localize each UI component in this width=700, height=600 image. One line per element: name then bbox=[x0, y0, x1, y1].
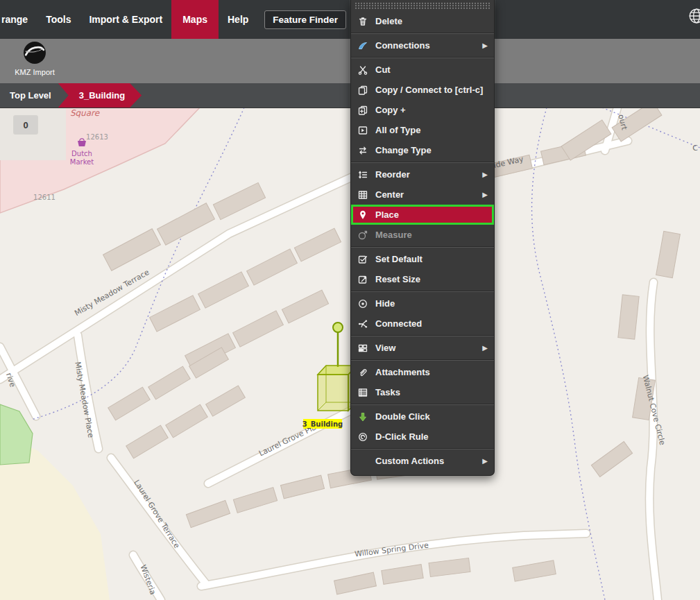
reset-size-icon bbox=[357, 274, 368, 285]
reorder-icon bbox=[357, 169, 368, 180]
menu-item-measure: Measure bbox=[351, 225, 494, 245]
menu-separator bbox=[351, 57, 494, 58]
submenu-arrow-icon: ▶ bbox=[482, 344, 488, 352]
menu-separator bbox=[351, 359, 494, 361]
addr-label-12613: 12613 bbox=[86, 133, 108, 141]
menu-item-maps[interactable]: Maps bbox=[171, 0, 219, 39]
menu-item-range[interactable]: range bbox=[0, 14, 37, 25]
trash-icon bbox=[357, 16, 368, 27]
scissors-icon bbox=[357, 65, 368, 76]
menu-separator bbox=[351, 404, 494, 405]
addr-label-12611: 12611 bbox=[33, 194, 56, 201]
menu-separator bbox=[351, 246, 494, 248]
kmz-globe-icon bbox=[23, 41, 46, 65]
submenu-arrow-icon: ▶ bbox=[482, 191, 488, 198]
d-click-rule-icon bbox=[357, 431, 368, 443]
connected-nodes-icon bbox=[357, 318, 368, 329]
street-label-c-partial: C bbox=[692, 144, 698, 153]
kmz-import-button[interactable]: KMZ Import bbox=[8, 41, 61, 76]
breadcrumb-current[interactable]: 3_Building bbox=[58, 83, 142, 108]
set-default-icon bbox=[357, 254, 368, 265]
poi-label-market: Market bbox=[70, 158, 94, 166]
menu-item-attachments[interactable]: Attachments bbox=[351, 362, 494, 382]
menu-item-tools[interactable]: Tools bbox=[37, 14, 80, 25]
menu-item-set-default[interactable]: Set Default bbox=[351, 249, 494, 269]
menu-separator bbox=[351, 448, 494, 449]
menu-item-import-export[interactable]: Import & Export bbox=[80, 14, 171, 25]
menu-separator bbox=[351, 162, 494, 163]
menu-item-view[interactable]: View ▶ bbox=[351, 338, 494, 358]
area-label-square: Square bbox=[70, 108, 101, 118]
model-label: 3_Building bbox=[302, 420, 343, 429]
context-menu: Delete Connections ▶ Cut Copy / Connect … bbox=[350, 0, 495, 476]
paperclip-icon bbox=[357, 367, 368, 378]
submenu-arrow-icon: ▶ bbox=[482, 42, 488, 49]
submenu-arrow-icon: ▶ bbox=[482, 457, 488, 465]
menu-item-double-click[interactable]: Double Click bbox=[351, 406, 494, 427]
menu-separator bbox=[351, 33, 494, 34]
menu-separator bbox=[351, 291, 494, 292]
menu-item-d-click-rule[interactable]: D-Click Rule bbox=[351, 427, 494, 447]
feature-finder-button[interactable]: Feature Finder bbox=[264, 10, 346, 29]
map-zoom-badge: 0 bbox=[14, 116, 37, 134]
change-type-icon bbox=[357, 145, 368, 156]
menu-item-custom-actions[interactable]: Custom Actions ▶ bbox=[351, 451, 494, 471]
menu-scroll-handle[interactable] bbox=[355, 2, 490, 10]
menu-item-tasks[interactable]: Tasks bbox=[351, 382, 494, 402]
hide-icon bbox=[357, 298, 368, 309]
menu-item-connected[interactable]: Connected bbox=[351, 314, 494, 334]
globe-icon[interactable] bbox=[688, 7, 700, 28]
breadcrumb-root[interactable]: Top Level bbox=[10, 90, 51, 101]
kmz-import-label: KMZ Import bbox=[8, 68, 61, 76]
all-of-type-icon bbox=[357, 125, 368, 136]
menu-item-connections[interactable]: Connections ▶ bbox=[351, 35, 494, 55]
tasks-list-icon bbox=[357, 387, 368, 398]
menu-item-help[interactable]: Help bbox=[219, 14, 257, 25]
menu-item-delete[interactable]: Delete bbox=[351, 11, 494, 31]
center-grid-icon bbox=[357, 189, 368, 200]
copy-icon bbox=[357, 85, 368, 96]
poi-label-dutch: Dutch bbox=[71, 150, 92, 157]
menu-item-change-type[interactable]: Change Type bbox=[351, 140, 494, 160]
connections-icon bbox=[357, 40, 368, 51]
green-down-arrow-icon bbox=[357, 411, 368, 422]
menu-item-all-of-type[interactable]: All of Type bbox=[351, 120, 494, 140]
menu-item-reset-size[interactable]: Reset Size bbox=[351, 269, 494, 289]
submenu-arrow-icon: ▶ bbox=[482, 171, 488, 178]
view-layout-icon bbox=[357, 343, 368, 354]
menu-separator bbox=[351, 335, 494, 336]
menu-item-center[interactable]: Center ▶ bbox=[351, 185, 494, 205]
measure-icon bbox=[357, 230, 368, 241]
menu-item-copy-connect[interactable]: Copy / Connect to [ctrl-c] bbox=[351, 80, 494, 100]
menu-item-cut[interactable]: Cut bbox=[351, 60, 494, 80]
menu-item-reorder[interactable]: Reorder ▶ bbox=[351, 164, 494, 185]
menu-item-place[interactable]: Place bbox=[351, 205, 494, 225]
menu-item-hide[interactable]: Hide bbox=[351, 293, 494, 314]
copy-plus-icon bbox=[357, 105, 368, 116]
menu-item-copy-plus[interactable]: Copy + bbox=[351, 100, 494, 120]
place-pin-icon bbox=[357, 209, 368, 221]
